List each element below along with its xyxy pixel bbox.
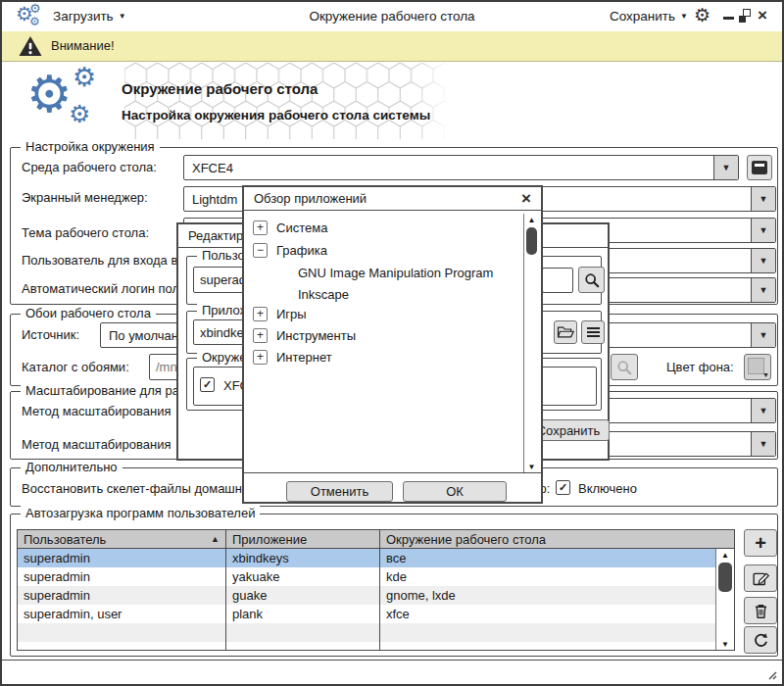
table-scrollbar[interactable]: ▲ ▼ (715, 549, 734, 650)
expand-icon[interactable]: + (253, 328, 268, 343)
header-logo-gear-small-icon: ⚙ (73, 65, 96, 91)
load-menu-button[interactable]: Загрузить▼ (53, 9, 126, 24)
table-row[interactable]: superadmin yakuake kde (18, 567, 715, 586)
close-window-button[interactable]: × (755, 6, 770, 25)
wallpaper-search-button[interactable] (611, 354, 638, 380)
scrollbar-thumb[interactable] (718, 563, 732, 592)
refresh-autostart-button[interactable] (744, 626, 777, 654)
scroll-up-icon[interactable]: ▲ (524, 214, 539, 225)
ok-button[interactable]: ОК (403, 481, 507, 502)
edit-pencil-icon (752, 569, 770, 588)
edit-user-search-input[interactable] (542, 268, 573, 293)
cell-app: plank (226, 605, 380, 623)
maximize-button[interactable] (739, 9, 753, 23)
app-menu-button[interactable] (581, 320, 605, 344)
sort-asc-icon: ▲ (211, 534, 220, 544)
scrollbar-thumb[interactable] (526, 227, 537, 255)
save-menu-label: Сохранить (610, 9, 675, 24)
table-row[interactable]: superadmin xbindkeys все (18, 549, 715, 567)
trash-icon (753, 602, 769, 620)
desktop-env-select[interactable]: XFCE4 ▼ (183, 155, 739, 180)
warning-triangle-icon (18, 35, 43, 58)
cell-app: yakuake (226, 567, 380, 586)
chevron-down-icon: ▼ (119, 12, 126, 21)
scaling-method2-label: Метод масштабирования (22, 437, 172, 452)
header-logo-gear-small2-icon: ⚙ (69, 102, 90, 126)
expand-icon[interactable]: + (253, 350, 268, 365)
cell-env: kde (380, 567, 715, 586)
wallpaper-dir-label: Каталог с обоями: (22, 360, 129, 374)
resize-grip-icon[interactable] (763, 666, 777, 680)
app-browser-dialog: Обзор приложений × + Система − Графика G… (242, 185, 543, 504)
cell-empty (380, 623, 715, 642)
desktop-env-label: Среда рабочего стола: (22, 160, 157, 174)
warning-banner: Внимание! (2, 31, 782, 62)
tree-scrollbar[interactable]: ▲ ▼ (523, 214, 539, 472)
cell-empty (380, 642, 715, 651)
expand-icon[interactable]: + (253, 220, 268, 235)
tree-item-inkscape[interactable]: Inkscape (298, 284, 349, 304)
edit-user-search-button[interactable] (578, 267, 605, 293)
folder-open-icon (557, 325, 574, 339)
table-row-empty (18, 623, 715, 642)
cell-user: superadmin, user (18, 605, 226, 623)
scroll-up-icon[interactable]: ▲ (716, 549, 734, 561)
tree-item-system[interactable]: + Система (253, 218, 327, 237)
tree-item-label: Игры (276, 307, 307, 321)
plus-icon: + (755, 532, 766, 555)
bg-color-picker[interactable]: ▼ (744, 354, 771, 380)
table-row[interactable]: superadmin guake gnome, lxde (18, 586, 715, 605)
cancel-button[interactable]: Отменить (286, 481, 393, 502)
env-xfce4-checkbox[interactable]: ✓ (200, 377, 215, 392)
tree-item-label: Графика (276, 243, 327, 258)
ok-label: ОК (446, 484, 464, 499)
dialog-footer-divider (244, 472, 541, 473)
cell-empty (226, 642, 380, 651)
collapse-icon[interactable]: − (253, 243, 268, 258)
tree-item-label: GNU Image Manipulation Program (298, 266, 493, 280)
scroll-down-icon[interactable]: ▼ (524, 461, 539, 472)
enabled-label: Включено (578, 481, 637, 496)
col-user-header[interactable]: Пользователь ▲ (18, 530, 226, 548)
minimize-button[interactable] (723, 17, 734, 20)
load-menu-label: Загрузить (53, 9, 114, 24)
chevron-down-icon: ▼ (751, 187, 775, 211)
col-env-header[interactable]: Окружение рабочего стола (380, 530, 734, 548)
save-menu-button[interactable]: Сохранить▼ (610, 9, 688, 24)
scaling-method1-label: Метод масштабирования (22, 404, 172, 418)
environment-group-title: Настройка окружения (21, 139, 160, 154)
restore-skel-checkbox[interactable]: ✓ (556, 480, 570, 495)
cell-empty (18, 623, 226, 642)
desktop-env-archive-button[interactable] (747, 155, 772, 180)
status-bar (2, 660, 782, 684)
tree-item-gimp[interactable]: GNU Image Manipulation Program (298, 263, 493, 282)
chevron-down-icon: ▼ (751, 323, 775, 347)
tree-item-label: Система (276, 220, 327, 235)
tree-item-graphics[interactable]: − Графика (253, 240, 327, 260)
col-app-label: Приложение (232, 532, 307, 547)
app-logo-gear-small2-icon: ⚙ (29, 16, 40, 27)
tree-item-tools[interactable]: + Инструменты (253, 325, 356, 345)
add-autostart-button[interactable]: + (744, 529, 777, 557)
settings-gear-button[interactable]: ⚙ (694, 6, 710, 24)
warning-text: Внимание! (51, 38, 115, 53)
hamburger-icon (587, 327, 600, 338)
table-row[interactable]: superadmin, user plank xfce (18, 605, 715, 623)
tree-item-internet[interactable]: + Интернет (253, 347, 332, 367)
close-icon[interactable]: × (521, 189, 531, 209)
archive-slot (755, 164, 764, 167)
tree-item-label: Инструменты (276, 328, 356, 343)
cell-empty (18, 642, 226, 651)
col-env-label: Окружение рабочего стола (386, 532, 546, 547)
chevron-down-icon: ▼ (751, 219, 775, 242)
browse-file-button[interactable] (554, 320, 577, 344)
scroll-down-icon[interactable]: ▼ (716, 638, 734, 650)
display-manager-label: Экранный менеджер: (22, 190, 148, 205)
col-app-header[interactable]: Приложение (226, 530, 380, 548)
delete-autostart-button[interactable] (744, 597, 777, 624)
app-browser-titlebar[interactable]: Обзор приложений × (244, 187, 541, 211)
tree-item-games[interactable]: + Игры (253, 304, 307, 323)
edit-autostart-button[interactable] (744, 564, 777, 592)
cell-app: guake (226, 586, 380, 605)
expand-icon[interactable]: + (253, 307, 268, 321)
